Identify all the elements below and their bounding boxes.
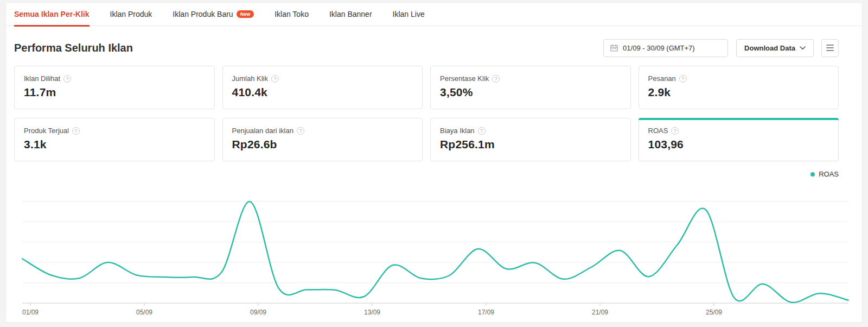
tab-iklan-banner[interactable]: Iklan Banner	[329, 3, 372, 26]
hamburger-icon	[826, 43, 834, 53]
metric-value: Rp256.1m	[440, 138, 621, 151]
download-data-label: Download Data	[744, 44, 795, 52]
tab-semua-iklan-per-klik[interactable]: Semua Iklan Per-Klik	[14, 3, 90, 26]
legend-label: ROAS	[819, 170, 839, 178]
download-data-button[interactable]: Download Data	[736, 39, 814, 57]
tab-iklan-produk-baru[interactable]: Iklan Produk BaruNew	[173, 3, 254, 26]
svg-text:17/09: 17/09	[478, 309, 494, 316]
svg-text:05/09: 05/09	[136, 309, 152, 316]
svg-text:25/09: 25/09	[706, 309, 722, 316]
tab-label: Iklan Produk Baru	[173, 10, 233, 18]
info-icon[interactable]: ?	[492, 75, 500, 83]
metric-value: 2.9k	[648, 86, 829, 99]
metric-card-biaya-iklan[interactable]: Biaya Iklan? Rp256.1m	[430, 118, 631, 161]
metric-label: Penjualan dari iklan	[232, 127, 293, 135]
metric-card-persentase-klik[interactable]: Persentase Klik? 3,50%	[430, 66, 631, 109]
tab-label: Semua Iklan Per-Klik	[14, 10, 90, 18]
tab-iklan-produk[interactable]: Iklan Produk	[110, 3, 152, 26]
info-icon[interactable]: ?	[478, 127, 486, 135]
svg-text:21/09: 21/09	[592, 309, 608, 316]
metric-card-roas[interactable]: ROAS? 103,96	[639, 118, 839, 161]
metric-card-produk-terjual[interactable]: Produk Terjual? 3.1k	[14, 118, 215, 161]
tab-iklan-toko[interactable]: Iklan Toko	[275, 3, 309, 26]
metric-cards-grid: Iklan Dilihat? 11.7m Jumlah Klik? 410.4k…	[14, 66, 839, 161]
metric-value: Rp26.6b	[232, 138, 413, 151]
page-title: Performa Seluruh Iklan	[14, 42, 603, 54]
metric-label: Biaya Iklan	[440, 127, 475, 135]
metric-label: Persentase Klik	[440, 74, 489, 83]
metric-value: 410.4k	[232, 86, 413, 99]
info-icon[interactable]: ?	[72, 127, 80, 135]
date-range-picker[interactable]: 01/09 - 30/09 (GMT+7)	[603, 39, 728, 57]
metric-label: ROAS	[648, 127, 668, 135]
info-icon[interactable]: ?	[63, 75, 71, 83]
date-range-value: 01/09 - 30/09 (GMT+7)	[623, 44, 695, 52]
tab-label: Iklan Live	[393, 10, 425, 18]
metric-value: 3.1k	[24, 138, 205, 151]
ads-performance-panel: Semua Iklan Per-Klik Iklan Produk Iklan …	[5, 2, 863, 323]
chart-legend-roas[interactable]: ROAS	[810, 170, 839, 178]
calendar-icon	[610, 44, 618, 52]
info-icon[interactable]: ?	[271, 75, 279, 83]
roas-line-chart[interactable]: 01/0905/0909/0913/0917/0921/0925/09	[6, 188, 863, 322]
metric-label: Produk Terjual	[24, 127, 69, 135]
chevron-down-icon	[800, 46, 806, 50]
metric-label: Iklan Dilihat	[24, 74, 60, 83]
metric-label: Jumlah Klik	[232, 74, 268, 83]
new-badge: New	[237, 10, 254, 18]
metric-card-pesanan[interactable]: Pesanan? 2.9k	[639, 66, 839, 109]
metric-value: 3,50%	[440, 86, 621, 99]
info-icon[interactable]: ?	[671, 127, 679, 135]
metric-card-iklan-dilihat[interactable]: Iklan Dilihat? 11.7m	[14, 66, 215, 109]
metric-label: Pesanan	[648, 74, 676, 83]
tab-label: Iklan Banner	[329, 10, 372, 18]
section-header: Performa Seluruh Iklan 01/09 - 30/09 (GM…	[14, 37, 839, 58]
metric-card-penjualan-dari-iklan[interactable]: Penjualan dari iklan? Rp26.6b	[222, 118, 423, 161]
tab-iklan-live[interactable]: Iklan Live	[393, 3, 425, 26]
metric-card-jumlah-klik[interactable]: Jumlah Klik? 410.4k	[222, 66, 423, 109]
tab-label: Iklan Toko	[275, 10, 309, 18]
list-view-button[interactable]	[821, 39, 839, 57]
info-icon[interactable]: ?	[679, 75, 687, 83]
ad-type-tab-bar: Semua Iklan Per-Klik Iklan Produk Iklan …	[6, 3, 862, 26]
svg-text:01/09: 01/09	[22, 309, 39, 316]
legend-dot-icon	[810, 172, 815, 177]
info-icon[interactable]: ?	[297, 127, 304, 135]
svg-text:09/09: 09/09	[250, 309, 266, 316]
metric-value: 103,96	[648, 138, 829, 151]
metric-value: 11.7m	[24, 86, 205, 99]
tab-label: Iklan Produk	[110, 10, 152, 18]
svg-text:13/09: 13/09	[364, 309, 380, 316]
